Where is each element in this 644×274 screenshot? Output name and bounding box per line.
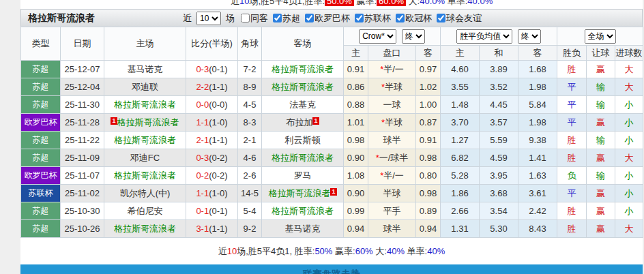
result-handicap: 输 bbox=[587, 96, 615, 114]
near-label: 近 bbox=[183, 12, 192, 25]
europe-draw-odds: 3.89 bbox=[480, 61, 518, 78]
away-team-name: 基马诺克 bbox=[285, 224, 321, 234]
league-checkbox-friendly[interactable] bbox=[437, 14, 445, 22]
summary-line: 近10场,胜5平4负1, 胜率:50% 赢率:60% 大:40% 单率:40% bbox=[20, 238, 643, 264]
average-select[interactable]: 胜平负均值 bbox=[456, 29, 512, 44]
result-win-draw-loss: 平 bbox=[557, 114, 587, 132]
away-team-name: 格拉斯哥流浪者 bbox=[272, 64, 334, 74]
live-odds-star: * bbox=[381, 82, 385, 92]
corner-cell: 14-5 bbox=[238, 185, 262, 202]
odds-time-select[interactable]: 终 bbox=[402, 29, 425, 44]
handicap-home-odds: 0.90 bbox=[344, 185, 368, 202]
result-win-draw-loss: 胜 bbox=[557, 132, 587, 149]
away-team-cell: 格拉斯哥流浪者 bbox=[262, 202, 344, 220]
corner-cell: 2-1 bbox=[238, 132, 262, 149]
table-row: 苏超25-11-30格拉斯哥流浪者0-0(0-0)4-5法基克0.88一球1.0… bbox=[21, 96, 643, 114]
red-card-badge: 1 bbox=[111, 117, 117, 125]
corner-cell: 5-4 bbox=[238, 202, 262, 220]
home-team-cell: 格拉斯哥流浪者 bbox=[104, 96, 186, 114]
header-corner: 角球 bbox=[238, 27, 262, 61]
subheader-ah-away: 客 bbox=[416, 46, 441, 61]
score-cell: 2-1(1-1) bbox=[186, 132, 238, 149]
league-label-friendly: 球会友谊 bbox=[446, 12, 482, 25]
result-win-draw-loss: 平 bbox=[557, 78, 587, 96]
score-cell: 0-0(0-0) bbox=[186, 96, 238, 114]
europe-home-odds: 1.31 bbox=[441, 220, 480, 238]
handicap-line: *半/一 bbox=[368, 61, 416, 78]
average-time-select[interactable]: 终 bbox=[518, 29, 541, 44]
score-cell: 1-1(1-0) bbox=[186, 185, 238, 202]
corner-cell: 4-5 bbox=[238, 96, 262, 114]
score-cell: 0-3(0-2) bbox=[186, 149, 238, 167]
away-team-cell: 基马诺克 bbox=[262, 220, 344, 238]
home-team-cell: 格拉斯哥流浪者 bbox=[104, 167, 186, 185]
summary-big-label: 大: bbox=[373, 245, 387, 258]
top-single-rate: 40.0% bbox=[467, 0, 493, 6]
league-trend-section-bar[interactable]: 联赛盘路走势 bbox=[20, 264, 643, 274]
home-team-name: 格拉斯哥流浪者 bbox=[114, 170, 176, 181]
league-checkbox-suchao[interactable] bbox=[273, 14, 282, 22]
handicap-home-odds: 0.90 bbox=[344, 149, 368, 167]
result-handicap: 赢 bbox=[587, 61, 615, 78]
handicap-away-odds: 1.02 bbox=[416, 78, 441, 96]
league-type-badge: 苏联杯 bbox=[21, 185, 61, 202]
header-away: 客场 bbox=[262, 27, 344, 61]
top-big-rate: 40.0% bbox=[420, 0, 445, 6]
subheader-goals: 进球数 bbox=[615, 46, 643, 61]
clipped-top-summary: 近10场,胜5平4负1,胜率:50.0% 赢率:60.0% 大:40.0% 单率… bbox=[20, 0, 643, 9]
top-odds-rate: 60.0% bbox=[377, 0, 406, 6]
europe-home-odds: 4.60 bbox=[441, 61, 480, 78]
league-trend-label: 联赛盘路走势 bbox=[303, 269, 360, 274]
away-team-name: 罗马 bbox=[294, 170, 312, 181]
europe-away-odds: 1.98 bbox=[518, 78, 557, 96]
europe-away-odds: 2.42 bbox=[518, 202, 557, 220]
score-cell: 0-1(0-1) bbox=[186, 202, 238, 220]
table-row: 苏超25-11-09邓迪FC0-3(0-2)4-6格拉斯哥流浪者0.90*一/球… bbox=[21, 149, 643, 167]
league-label-ucl: 欧冠杯 bbox=[405, 12, 432, 25]
league-checkbox-europa[interactable] bbox=[305, 14, 314, 22]
near-count-select[interactable]: 10 bbox=[196, 12, 221, 25]
corner-cell: 2-6 bbox=[238, 167, 262, 185]
top-record: 场,胜5平4负1,胜率: bbox=[249, 0, 325, 6]
handicap-away-odds: 0.98 bbox=[416, 149, 441, 167]
handicap-line: 球半 bbox=[368, 220, 416, 238]
table-row: 苏超25-10-26格拉斯哥流浪者3-1(1-1)9-2基马诺克0.94球半0.… bbox=[21, 220, 643, 238]
red-card-badge: 1 bbox=[330, 188, 336, 196]
header-home: 主场 bbox=[104, 27, 186, 61]
top-big-label: 大: bbox=[406, 0, 420, 6]
summary-odds-rate: 60% bbox=[355, 246, 373, 256]
fulltime-score: 3-1 bbox=[196, 224, 209, 234]
match-date: 25-12-07 bbox=[61, 61, 104, 78]
home-team-name: 基马诺克 bbox=[128, 64, 163, 74]
away-team-name: 格拉斯哥流浪者 bbox=[268, 188, 330, 198]
match-date: 25-11-22 bbox=[61, 132, 104, 149]
europe-draw-odds: 5.30 bbox=[480, 220, 518, 238]
subheader-eu-away: 客 bbox=[518, 46, 557, 61]
odds-source-select[interactable]: Crow* bbox=[359, 29, 396, 44]
result-goals-overunder: 小 bbox=[615, 114, 643, 132]
europe-home-odds: 1.86 bbox=[441, 185, 480, 202]
fulltime-score: 0-3 bbox=[196, 64, 209, 74]
home-team-cell: 格拉斯哥流浪者 bbox=[104, 132, 186, 149]
same-venue-checkbox[interactable] bbox=[241, 14, 250, 22]
table-row: 欧罗巴杯25-11-281格拉斯哥流浪者1-1(1-0)8-3布拉加11.01*… bbox=[21, 114, 643, 132]
panel-title-bar: 格拉斯哥流浪者 近 10 场 同客 苏超 欧罗巴杯 苏联杯 欧冠杯 球会友谊 bbox=[20, 9, 643, 27]
league-type-badge: 苏超 bbox=[21, 78, 61, 96]
handicap-away-odds: 0.98 bbox=[416, 185, 441, 202]
top-prefix: 近 bbox=[231, 0, 239, 6]
away-team-name: 格拉斯哥流浪者 bbox=[272, 153, 334, 163]
scope-select[interactable]: 全场 bbox=[585, 29, 616, 44]
live-odds-star: * bbox=[381, 117, 385, 127]
europe-away-odds: 1.68 bbox=[518, 61, 557, 78]
handicap-line: *半/一 bbox=[368, 167, 416, 185]
league-checkbox-leaguecup[interactable] bbox=[355, 14, 364, 22]
result-win-draw-loss: 胜 bbox=[557, 202, 587, 220]
europe-draw-odds: 4.45 bbox=[480, 96, 518, 114]
league-type-badge: 苏超 bbox=[21, 96, 61, 114]
live-odds-star: * bbox=[380, 64, 383, 74]
europe-draw-odds: 4.59 bbox=[480, 149, 518, 167]
handicap-line: 球半 bbox=[368, 132, 416, 149]
match-date: 25-10-26 bbox=[61, 220, 104, 238]
score-cell: 3-1(1-1) bbox=[186, 220, 238, 238]
league-checkbox-ucl[interactable] bbox=[396, 14, 405, 22]
